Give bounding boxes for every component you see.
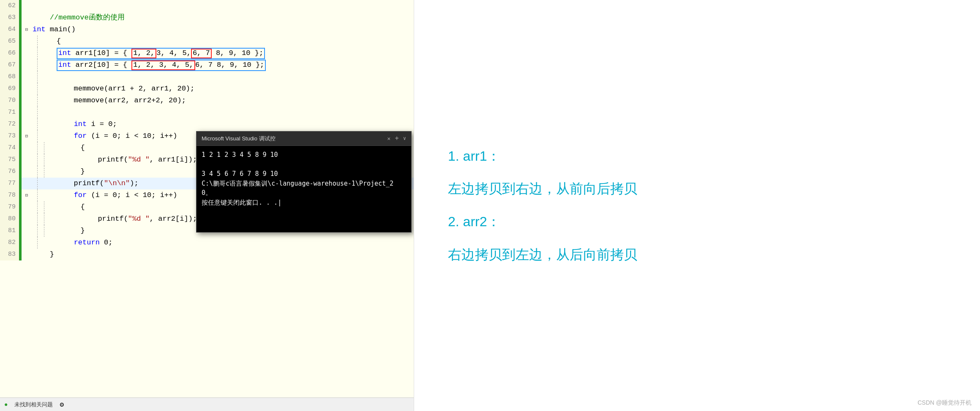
table-row: 71 <box>0 107 414 118</box>
table-row: 68 <box>0 71 414 83</box>
indent-guide <box>31 142 38 154</box>
code-text: int main() <box>31 24 414 36</box>
line-number: 76 <box>0 166 19 178</box>
green-bar <box>19 24 22 36</box>
line-number: 79 <box>0 201 19 213</box>
line-number: 70 <box>0 95 19 107</box>
green-bar <box>19 154 22 166</box>
green-bar <box>19 189 22 201</box>
terminal-output-line2 <box>202 160 406 170</box>
green-bar <box>19 36 22 47</box>
green-bar <box>19 95 22 107</box>
line-number: 75 <box>0 154 19 166</box>
terminal-close-button[interactable]: ✕ <box>387 135 390 142</box>
line-number: 63 <box>0 12 19 24</box>
green-bar <box>19 178 22 189</box>
annotation-line3: 2. arr2： <box>448 210 500 234</box>
status-text: 未找到相关问题 <box>14 401 53 408</box>
terminal-add-button[interactable]: + <box>395 135 399 142</box>
line-number: 72 <box>0 118 19 130</box>
line-number: 71 <box>0 107 19 118</box>
annotation-line2: 左边拷贝到右边，从前向后拷贝 <box>448 177 637 201</box>
indent-guide <box>38 201 44 213</box>
green-bar <box>19 201 22 213</box>
green-bar <box>19 12 22 24</box>
line-number: 73 <box>0 130 19 142</box>
line-number: 82 <box>0 237 19 249</box>
table-row: 67 int arr2[10] = { 1, 2, 3, 4, 5,6, 7 8… <box>0 59 414 71</box>
line-number: 78 <box>0 189 19 201</box>
watermark: CSDN @睡觉待开机 <box>917 399 972 407</box>
line-number: 69 <box>0 83 19 95</box>
table-row: 69 memmove(arr1 + 2, arr1, 20); <box>0 83 414 95</box>
indent-guide <box>31 118 38 130</box>
indent-guide <box>31 83 38 95</box>
status-icon: ● <box>4 401 8 408</box>
indent-guide <box>38 225 44 237</box>
terminal-output-line3: 3 4 5 6 7 6 7 8 9 10 <box>202 169 406 179</box>
annotation-line4: 右边拷贝到左边，从后向前拷贝 <box>448 243 637 267</box>
green-bar <box>19 47 22 59</box>
line-number: 65 <box>0 36 19 47</box>
table-row: 83 } <box>0 249 414 260</box>
green-bar <box>19 142 22 154</box>
indent-guide <box>31 71 38 83</box>
indent-guide <box>31 166 38 178</box>
terminal-title: Microsoft Visual Studio 调试控 <box>202 135 383 142</box>
table-row: 63 //memmove函数的使用 <box>0 12 414 24</box>
line-number: 74 <box>0 142 19 154</box>
settings-icon[interactable]: ⚙️ <box>60 400 64 409</box>
table-row: 70 memmove(arr2, arr2+2, 20); <box>0 95 414 107</box>
line-number: 62 <box>0 0 19 12</box>
code-text: return 0; <box>38 237 414 249</box>
terminal-chevron-button[interactable]: ∨ <box>403 135 406 142</box>
editor-panel: 62 63 //memmove函数的使用 64 ⊟ int main() <box>0 0 414 411</box>
editor-content: 62 63 //memmove函数的使用 64 ⊟ int main() <box>0 0 414 397</box>
code-text: } <box>31 249 414 260</box>
line-number: 83 <box>0 249 19 260</box>
green-bar <box>19 0 22 12</box>
indent-guide <box>31 95 38 107</box>
indent-guide <box>31 189 38 201</box>
line-number: 68 <box>0 71 19 83</box>
green-bar <box>19 107 22 118</box>
indent-guide <box>31 237 38 249</box>
code-text: //memmove函数的使用 <box>31 12 414 24</box>
table-row: 66 int arr1[10] = { 1, 2,3, 4, 5,6, 7 8,… <box>0 47 414 59</box>
indent-guide <box>31 47 38 59</box>
indent-guide <box>31 107 38 118</box>
table-row: 64 ⊟ int main() <box>0 24 414 36</box>
terminal-output-line1: 1 2 1 2 3 4 5 8 9 10 <box>202 150 406 160</box>
collapse-button[interactable]: ⊟ <box>22 130 31 142</box>
terminal-output-line5: 0。 <box>202 188 406 198</box>
indent-guide <box>31 59 38 71</box>
collapse-button[interactable]: ⊟ <box>22 24 31 36</box>
line-number: 64 <box>0 24 19 36</box>
indent-guide <box>38 154 44 166</box>
table-row: 62 <box>0 0 414 12</box>
annotation-line1: 1. arr1： <box>448 144 500 169</box>
indent-guide <box>31 225 38 237</box>
green-bar <box>19 249 22 260</box>
indent-guide <box>31 154 38 166</box>
green-bar <box>19 225 22 237</box>
indent-guide <box>38 166 44 178</box>
table-row: 82 return 0; <box>0 237 414 249</box>
green-bar <box>19 213 22 225</box>
green-bar <box>19 59 22 71</box>
line-number: 66 <box>0 47 19 59</box>
terminal-body: 1 2 1 2 3 4 5 8 9 10 3 4 5 6 7 6 7 8 9 1… <box>197 146 411 232</box>
terminal-output-line4: C:\鹏哥c语言暑假集训\c-language-warehouse-1\Proj… <box>202 179 406 189</box>
code-text: { <box>38 36 414 47</box>
collapse-button[interactable]: ⊟ <box>22 189 31 201</box>
terminal-titlebar: Microsoft Visual Studio 调试控 ✕ + ∨ <box>197 132 411 146</box>
terminal-window: Microsoft Visual Studio 调试控 ✕ + ∨ 1 2 1 … <box>196 131 412 233</box>
table-row: 65 { <box>0 36 414 47</box>
code-text: int arr2[10] = { 1, 2, 3, 4, 5,6, 7 8, 9… <box>38 59 414 71</box>
line-number: 80 <box>0 213 19 225</box>
green-bar <box>19 130 22 142</box>
indent-guide <box>31 130 38 142</box>
code-text: memmove(arr1 + 2, arr1, 20); <box>38 83 414 95</box>
line-number: 67 <box>0 59 19 71</box>
line-number: 81 <box>0 225 19 237</box>
